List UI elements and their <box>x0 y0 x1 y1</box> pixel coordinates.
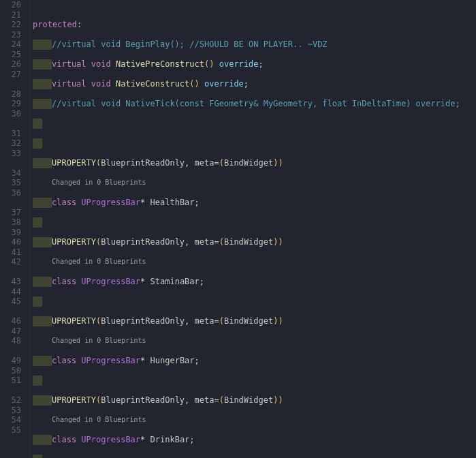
keyword: void <box>91 79 111 89</box>
punct: , <box>185 237 189 247</box>
code-line[interactable]: class UProgressBar* StaminaBar; <box>33 277 476 287</box>
code-line[interactable] <box>33 455 476 458</box>
line-number: 33 <box>5 149 21 159</box>
code-line[interactable] <box>33 138 476 149</box>
paren: ) <box>273 395 278 406</box>
code-line[interactable]: class UProgressBar* DrinkBar; <box>33 435 476 445</box>
change-marker <box>33 277 42 287</box>
line-number: 48 <box>5 336 21 346</box>
code-line[interactable]: UPROPERTY(BlueprintReadOnly, meta=(BindW… <box>33 395 476 406</box>
arg: BlueprintReadOnly <box>101 395 185 406</box>
code-line[interactable] <box>33 376 476 386</box>
line-number: 43 <box>5 277 21 287</box>
change-marker <box>42 356 52 366</box>
paren: ( <box>219 237 224 247</box>
macro: UPROPERTY <box>52 237 96 247</box>
code-line[interactable]: protected: <box>33 20 476 30</box>
punct: ; <box>195 198 200 208</box>
paren: ) <box>195 79 200 89</box>
code-lens[interactable]: Changed in 0 Blueprints <box>33 257 476 267</box>
code-line[interactable]: //virtual void NativeTick(const FGeometr… <box>33 99 476 109</box>
code-line[interactable]: class UProgressBar* HealthBar; <box>33 198 476 208</box>
line-number: 42 <box>5 257 21 267</box>
line-number: 37 <box>5 208 21 218</box>
paren: ) <box>278 237 283 247</box>
paren: ( <box>96 158 101 168</box>
keyword: class <box>52 198 76 208</box>
macro: UPROPERTY <box>52 158 96 168</box>
punct: ; <box>244 79 249 89</box>
gutter-inlay-spacer <box>5 79 21 89</box>
change-marker <box>33 237 42 247</box>
keyword: class <box>52 277 76 287</box>
line-number: 53 <box>5 406 21 416</box>
punct: ; <box>200 277 204 287</box>
line-number: 52 <box>5 395 21 406</box>
change-marker <box>42 198 52 208</box>
paren: ( <box>96 237 101 247</box>
line-number: 28 <box>5 89 21 100</box>
code-line[interactable]: class UProgressBar* HungerBar; <box>33 356 476 366</box>
change-marker <box>33 79 42 89</box>
code-line[interactable]: UPROPERTY(BlueprintReadOnly, meta=(BindW… <box>33 237 476 247</box>
paren: ( <box>96 316 101 326</box>
code-line[interactable] <box>33 217 476 228</box>
change-marker <box>33 138 42 149</box>
code-editor[interactable]: 2021222324252627282930313233343536373839… <box>0 0 476 458</box>
punct: : <box>77 20 82 30</box>
line-number: 25 <box>5 50 21 60</box>
code-line[interactable]: UPROPERTY(BlueprintReadOnly, meta=(BindW… <box>33 158 476 168</box>
punct: = <box>214 395 219 406</box>
code-line[interactable]: virtual void NativeConstruct() override; <box>33 79 476 89</box>
paren: ( <box>219 316 224 326</box>
paren: ) <box>273 237 278 247</box>
change-marker <box>42 79 52 89</box>
code-area[interactable]: protected: //virtual void BeginPlay(); /… <box>30 0 476 458</box>
code-lens[interactable]: Changed in 0 Blueprints <box>33 178 476 188</box>
arg: BindWidget <box>224 316 273 326</box>
line-number: 50 <box>5 366 21 376</box>
change-marker <box>33 435 42 445</box>
change-marker <box>33 59 42 70</box>
gutter-inlay-spacer <box>5 386 21 396</box>
arg: BindWidget <box>224 237 273 247</box>
change-marker <box>33 455 42 458</box>
type: UProgressBar <box>81 435 140 445</box>
line-number: 20 <box>5 0 21 10</box>
line-number: 51 <box>5 376 21 386</box>
punct: ; <box>189 435 194 445</box>
type: UProgressBar <box>81 356 140 366</box>
gutter-inlay-spacer <box>5 198 21 208</box>
code-line[interactable] <box>33 296 476 307</box>
arg: BindWidget <box>224 158 273 168</box>
keyword: class <box>52 356 76 366</box>
change-marker <box>42 395 52 406</box>
code-lens[interactable]: Changed in 0 Blueprints <box>33 336 476 346</box>
line-number: 26 <box>5 59 21 70</box>
comment: //virtual void NativeTick(const FGeometr… <box>52 99 460 109</box>
arg: BindWidget <box>224 395 273 406</box>
code-line[interactable] <box>33 119 476 129</box>
line-number: 41 <box>5 247 21 258</box>
code-line[interactable]: //virtual void BeginPlay(); //SHOULD BE … <box>33 40 476 50</box>
code-lens-text: Changed in 0 Blueprints <box>52 178 146 188</box>
line-gutter: 2021222324252627282930313233343536373839… <box>0 0 30 458</box>
macro: UPROPERTY <box>52 316 96 326</box>
change-marker <box>33 376 42 386</box>
change-marker <box>42 277 52 287</box>
change-marker <box>42 158 52 168</box>
change-marker <box>33 119 42 129</box>
paren: ) <box>209 59 214 70</box>
line-number: 27 <box>5 70 21 80</box>
paren: ) <box>278 316 283 326</box>
line-number: 49 <box>5 356 21 366</box>
keyword: protected <box>33 20 77 30</box>
change-marker <box>33 316 42 326</box>
punct: , <box>185 158 189 168</box>
code-lens[interactable]: Changed in 0 Blueprints <box>33 415 476 425</box>
code-line[interactable]: virtual void NativePreConstruct() overri… <box>33 59 476 70</box>
ident: StaminaBar <box>150 277 200 287</box>
change-marker <box>33 99 42 109</box>
code-line[interactable]: UPROPERTY(BlueprintReadOnly, meta=(BindW… <box>33 316 476 326</box>
line-number: 46 <box>5 316 21 326</box>
